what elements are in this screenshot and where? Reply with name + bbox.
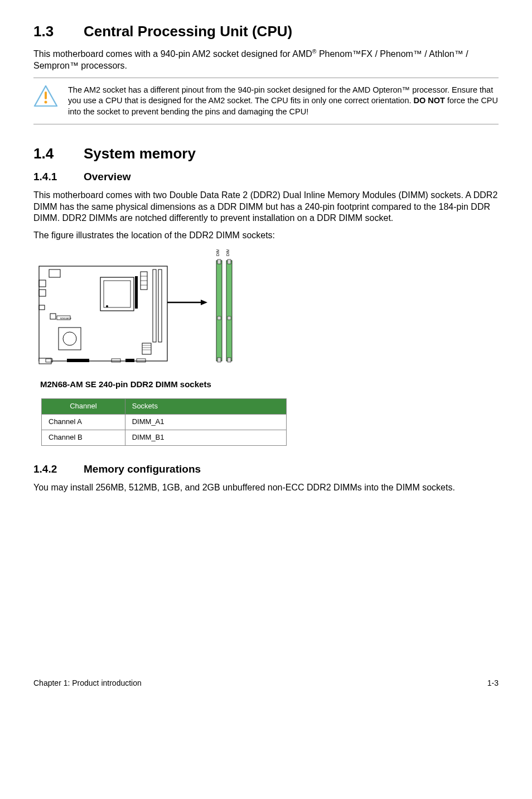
svg-rect-43 <box>228 316 231 320</box>
svg-rect-2 <box>45 92 47 99</box>
svg-rect-5 <box>39 358 51 364</box>
subsection-1-4-2-number: 1.4.2 <box>33 463 84 476</box>
caution-icon <box>33 85 58 107</box>
subsection-1-4-2: 1.4.2Memory configurations <box>33 463 499 476</box>
svg-marker-35 <box>201 300 207 305</box>
svg-rect-19 <box>158 269 162 342</box>
table-row: Channel A DIMM_A1 <box>42 415 287 430</box>
svg-rect-40 <box>226 261 232 361</box>
svg-rect-37 <box>217 259 221 264</box>
svg-rect-7 <box>104 281 130 307</box>
svg-rect-39 <box>217 316 221 320</box>
subsection-1-4-1-number: 1.4.1 <box>33 170 84 184</box>
svg-point-8 <box>106 305 108 307</box>
motherboard-diagram: M2N68-AM SE DIMM_A1 <box>33 249 499 376</box>
svg-rect-10 <box>49 269 60 277</box>
svg-rect-30 <box>142 343 151 354</box>
section-2-heading: System memory <box>84 145 196 162</box>
footer-left: Chapter 1: Product introduction <box>33 678 142 688</box>
subsection-1-4-1: 1.4.1Overview <box>33 170 499 184</box>
svg-text:M2N68-AM SE: M2N68-AM SE <box>60 317 71 320</box>
section-1-title: 1.3Central Processing Unit (CPU) <box>33 22 499 41</box>
svg-rect-26 <box>67 359 89 362</box>
svg-rect-27 <box>112 359 120 362</box>
section-1-heading: Central Processing Unit (CPU) <box>84 23 292 40</box>
section-2-title: 1.4System memory <box>33 145 499 163</box>
svg-rect-38 <box>217 358 221 362</box>
page-footer: Chapter 1: Product introduction 1-3 <box>33 678 499 688</box>
svg-text:DIMM_B1: DIMM_B1 <box>226 249 230 256</box>
svg-rect-9 <box>135 276 138 309</box>
overview-paragraph-1: This motherboard comes with two Double D… <box>33 190 499 224</box>
table-header-channel: Channel <box>42 399 125 415</box>
svg-rect-13 <box>39 305 45 310</box>
svg-point-21 <box>63 332 76 345</box>
svg-rect-22 <box>50 314 56 319</box>
svg-rect-12 <box>39 290 46 296</box>
svg-rect-20 <box>59 328 81 350</box>
svg-rect-36 <box>216 261 222 361</box>
memory-config-paragraph: You may install 256MB, 512MB, 1GB, and 2… <box>33 482 499 494</box>
table-header-row: Channel Sockets <box>42 399 287 415</box>
section-1-paragraph: This motherboard comes with a 940-pin AM… <box>33 48 499 72</box>
svg-point-3 <box>45 100 47 103</box>
table-cell: Channel A <box>42 415 125 430</box>
svg-rect-18 <box>153 269 156 342</box>
subsection-1-4-1-heading: Overview <box>84 171 131 182</box>
svg-rect-42 <box>228 358 231 362</box>
caution-text: The AM2 socket has a different pinout fr… <box>68 85 499 118</box>
svg-rect-11 <box>39 280 46 287</box>
svg-rect-6 <box>100 277 134 311</box>
section-1-number: 1.3 <box>33 22 84 41</box>
table-cell: Channel B <box>42 430 125 446</box>
table-cell: DIMM_A1 <box>125 415 286 430</box>
svg-rect-29 <box>137 359 146 362</box>
footer-right: 1-3 <box>487 678 499 688</box>
svg-text:DIMM_A1: DIMM_A1 <box>216 249 220 256</box>
caution-callout: The AM2 socket has a different pinout fr… <box>33 78 499 124</box>
diagram-caption: M2N68-AM SE 240-pin DDR2 DIMM sockets <box>40 379 499 390</box>
svg-rect-28 <box>125 359 134 362</box>
section-2-number: 1.4 <box>33 145 84 163</box>
table-header-sockets: Sockets <box>125 399 286 415</box>
table-cell: DIMM_B1 <box>125 430 286 446</box>
dimm-sockets-table: Channel Sockets Channel A DIMM_A1 Channe… <box>41 398 287 446</box>
callout-divider-bottom <box>33 124 499 124</box>
svg-rect-41 <box>228 259 231 264</box>
table-row: Channel B DIMM_B1 <box>42 430 287 446</box>
subsection-1-4-2-heading: Memory configurations <box>84 463 201 475</box>
overview-paragraph-2: The figure illustrates the location of t… <box>33 230 499 242</box>
